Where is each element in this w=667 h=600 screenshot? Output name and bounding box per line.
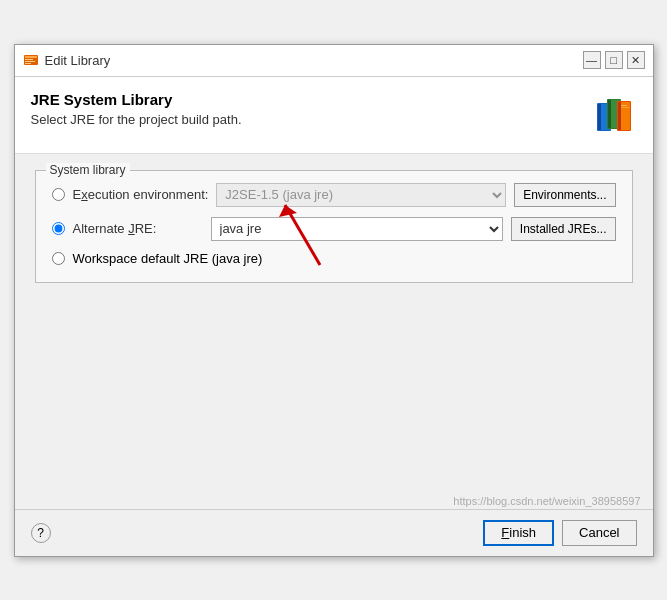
dialog-subtitle: Select JRE for the project build path. (31, 112, 242, 127)
header-section: JRE System Library Select JRE for the pr… (15, 77, 653, 154)
execution-env-dropdown[interactable]: J2SE-1.5 (java jre) (216, 183, 506, 207)
finish-button[interactable]: Finish (483, 520, 554, 546)
svg-rect-4 (25, 63, 31, 64)
installed-jres-button[interactable]: Installed JREs... (511, 217, 616, 241)
jre-books-icon (589, 91, 637, 139)
svg-rect-15 (621, 107, 629, 108)
alternate-jre-label[interactable]: Alternate JRE: (73, 221, 203, 236)
help-button[interactable]: ? (31, 523, 51, 543)
title-bar: Edit Library — □ ✕ (15, 45, 653, 77)
window-icon (23, 52, 39, 68)
alternate-jre-dropdown[interactable]: java jre (211, 217, 503, 241)
workspace-default-radio[interactable] (52, 252, 65, 265)
content-area (35, 295, 633, 475)
svg-rect-3 (25, 61, 35, 62)
title-bar-controls: — □ ✕ (583, 51, 645, 69)
edit-library-window: Edit Library — □ ✕ JRE System Library Se… (14, 44, 654, 557)
minimize-button[interactable]: — (583, 51, 601, 69)
group-label: System library (46, 163, 130, 177)
svg-rect-13 (618, 102, 621, 130)
close-button[interactable]: ✕ (627, 51, 645, 69)
execution-env-radio[interactable] (52, 188, 65, 201)
alternate-jre-dropdown-wrapper: java jre Installed JREs... (211, 217, 616, 241)
window-title: Edit Library (45, 53, 111, 68)
svg-rect-7 (598, 104, 601, 130)
header-text: JRE System Library Select JRE for the pr… (31, 91, 242, 127)
svg-rect-2 (25, 59, 33, 60)
workspace-default-row: Workspace default JRE (java jre) (52, 251, 616, 266)
svg-rect-10 (608, 100, 611, 128)
cancel-button[interactable]: Cancel (562, 520, 636, 546)
footer-buttons: Finish Cancel (483, 520, 636, 546)
workspace-default-label[interactable]: Workspace default JRE (java jre) (73, 251, 263, 266)
svg-rect-14 (621, 105, 627, 106)
alternate-jre-radio[interactable] (52, 222, 65, 235)
dialog-title: JRE System Library (31, 91, 242, 108)
environments-button[interactable]: Environments... (514, 183, 615, 207)
svg-rect-1 (25, 56, 37, 58)
execution-env-dropdown-wrapper: J2SE-1.5 (java jre) Environments... (216, 183, 615, 207)
title-bar-left: Edit Library (23, 52, 111, 68)
body-section: System library Execution environment: J2… (15, 154, 653, 491)
execution-env-row: Execution environment: J2SE-1.5 (java jr… (52, 183, 616, 207)
footer-section: ? Finish Cancel (15, 509, 653, 556)
system-library-group: System library Execution environment: J2… (35, 170, 633, 283)
maximize-button[interactable]: □ (605, 51, 623, 69)
watermark: https://blog.csdn.net/weixin_38958597 (15, 491, 653, 509)
alternate-jre-row: Alternate JRE: java jre Installed JREs..… (52, 217, 616, 241)
execution-env-label[interactable]: Execution environment: (73, 187, 209, 202)
